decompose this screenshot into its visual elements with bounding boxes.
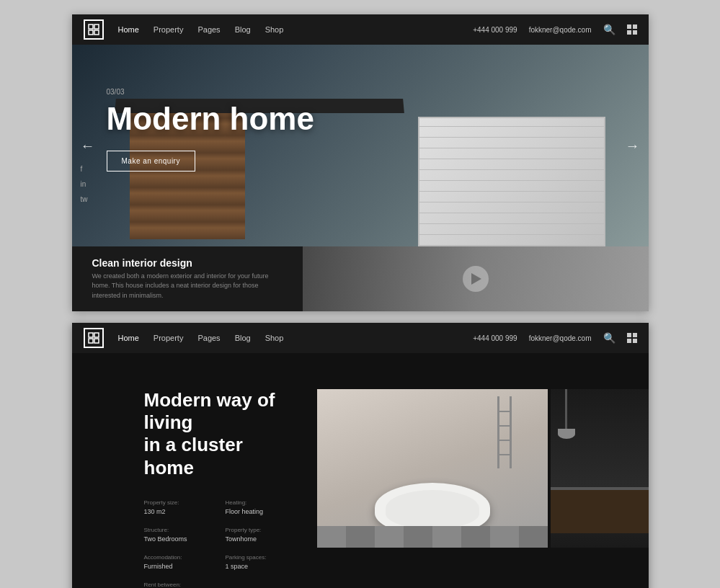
- prop-type: Property type: Townhome: [226, 527, 295, 543]
- prop-rent: Rent between: €900-1500: [144, 582, 295, 588]
- hero2-side-image: [551, 389, 649, 548]
- prop-size-value: 130 m2: [144, 508, 214, 515]
- prop-parking: Parking spaces: 1 space: [226, 554, 295, 570]
- svg-rect-7: [94, 339, 99, 343]
- garage: [418, 117, 605, 246]
- nav-property[interactable]: Property: [154, 25, 184, 34]
- logo-2[interactable]: [84, 328, 104, 348]
- grid-menu-icon[interactable]: [627, 24, 637, 35]
- nav-home[interactable]: Home: [118, 25, 139, 34]
- prop-parking-label: Parking spaces:: [226, 554, 295, 561]
- svg-rect-2: [89, 30, 93, 35]
- nav2-pages[interactable]: Pages: [197, 334, 220, 342]
- hero-prev-arrow[interactable]: ←: [81, 138, 95, 154]
- prop-accom-value: Furnished: [144, 563, 214, 570]
- prop-heating-value: Floor heating: [226, 508, 295, 515]
- prop-accom: Accomodation: Furnished: [144, 554, 214, 570]
- social-bar: f in tw: [81, 165, 88, 203]
- prop-type-label: Property type:: [226, 527, 295, 533]
- hero-counter: 03/03: [107, 88, 314, 96]
- email: fokkner@qode.com: [529, 26, 592, 34]
- nav-links-2: Home Property Pages Blog Shop: [118, 334, 474, 342]
- hero-section: ← → 03/03 Modern home Make an enquiry f …: [72, 45, 649, 246]
- video-section: [303, 246, 649, 311]
- prop-size: Property size: 130 m2: [144, 499, 214, 515]
- bathtub-inner: [386, 490, 479, 527]
- hero-cta-button[interactable]: Make an enquiry: [107, 151, 195, 172]
- video-thumbnail: [303, 246, 649, 311]
- navbar-right-2: +444 000 999 fokkner@qode.com 🔍: [473, 332, 636, 344]
- nav-links: Home Property Pages Blog Shop: [118, 25, 474, 34]
- hero2-title: Modern way of living in a cluster home: [144, 389, 295, 479]
- prop-size-label: Property size:: [144, 499, 214, 506]
- navbar-1: Home Property Pages Blog Shop +444 000 9…: [72, 14, 649, 45]
- svg-rect-5: [94, 333, 99, 337]
- nav-shop[interactable]: Shop: [265, 25, 284, 34]
- prop-structure-value: Two Bedrooms: [144, 535, 214, 543]
- logo[interactable]: [84, 19, 104, 40]
- hero2-content: Modern way of living in a cluster home P…: [72, 353, 649, 588]
- prop-heating-label: Heating:: [226, 499, 295, 506]
- hero2-left-panel: Modern way of living in a cluster home P…: [72, 389, 317, 588]
- kitchen-shelf: [551, 490, 649, 533]
- hero2-images: [317, 389, 649, 588]
- facebook-icon[interactable]: f: [81, 165, 88, 173]
- svg-rect-1: [94, 24, 99, 29]
- grid-menu-icon-2[interactable]: [627, 333, 637, 343]
- nav-pages[interactable]: Pages: [197, 25, 220, 34]
- nav2-property[interactable]: Property: [154, 334, 184, 342]
- navbar-right: +444 000 999 fokkner@qode.com 🔍: [473, 24, 636, 35]
- hero-content: 03/03 Modern home Make an enquiry: [107, 88, 314, 172]
- nav2-home[interactable]: Home: [118, 334, 139, 342]
- svg-rect-3: [94, 30, 99, 35]
- bottom-title: Clean interior design: [92, 257, 283, 269]
- property-details: Property size: 130 m2 Heating: Floor hea…: [144, 499, 295, 588]
- website-card-1: Home Property Pages Blog Shop +444 000 9…: [72, 14, 649, 311]
- prop-rent-label: Rent between:: [144, 582, 295, 588]
- nav-blog[interactable]: Blog: [235, 25, 251, 34]
- email-2: fokkner@qode.com: [529, 334, 592, 342]
- phone-2: +444 000 999: [473, 334, 517, 342]
- hero-title: Modern home: [107, 102, 314, 136]
- hero-bottom-bar: Clean interior design We created both a …: [72, 246, 649, 311]
- nav2-shop[interactable]: Shop: [265, 334, 284, 342]
- phone: +444 000 999: [473, 26, 517, 34]
- garage-door-lines: [419, 118, 604, 245]
- prop-accom-label: Accomodation:: [144, 554, 214, 561]
- bottom-description: We created both a modern exterior and in…: [92, 272, 283, 301]
- website-card-2: Home Property Pages Blog Shop +444 000 9…: [72, 323, 649, 588]
- prop-structure-label: Structure:: [144, 527, 214, 533]
- twitter-icon[interactable]: tw: [81, 195, 88, 203]
- nav2-blog[interactable]: Blog: [235, 334, 251, 342]
- svg-rect-0: [89, 24, 93, 29]
- ladder-decoration: [497, 396, 512, 468]
- prop-type-value: Townhome: [226, 535, 295, 543]
- prop-heating: Heating: Floor heating: [226, 499, 295, 515]
- instagram-icon[interactable]: in: [81, 180, 88, 188]
- hero2-main-image: [317, 389, 548, 548]
- search-icon-2[interactable]: 🔍: [603, 332, 615, 344]
- navbar-2: Home Property Pages Blog Shop +444 000 9…: [72, 323, 649, 353]
- svg-rect-4: [89, 333, 93, 337]
- hero-next-arrow[interactable]: →: [626, 138, 640, 154]
- svg-rect-6: [89, 339, 93, 343]
- search-icon[interactable]: 🔍: [603, 24, 615, 35]
- hero-bottom-text: Clean interior design We created both a …: [72, 246, 303, 311]
- prop-parking-value: 1 space: [226, 563, 295, 570]
- prop-structure: Structure: Two Bedrooms: [144, 527, 214, 543]
